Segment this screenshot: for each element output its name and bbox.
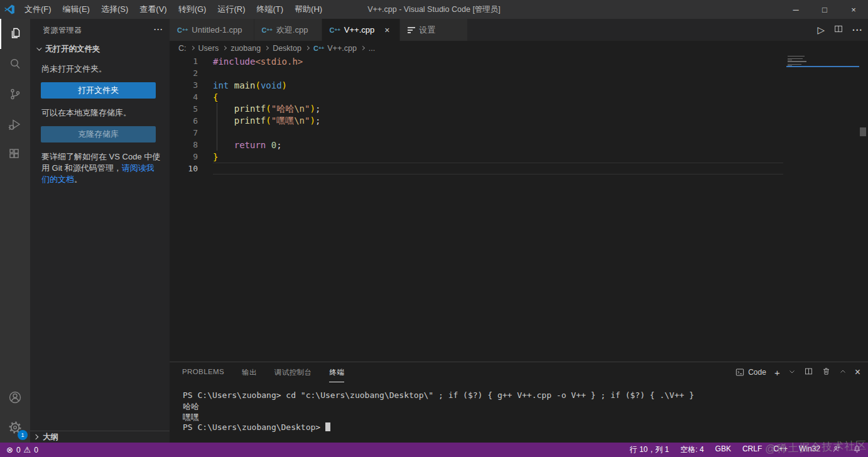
menubar-item[interactable]: 终端(T) bbox=[251, 0, 289, 19]
settings-badge: 1 bbox=[18, 430, 28, 440]
code-text: #include<stdio.h> bbox=[213, 56, 303, 67]
breadcrumb-item[interactable]: Users bbox=[198, 44, 219, 53]
code-line: 6 printf("嘿嘿\n"); bbox=[170, 115, 868, 127]
status-bar-right: 行 10，列 1空格: 4GBKCRLFC++Win32 bbox=[630, 444, 862, 456]
code-text: { bbox=[213, 92, 218, 102]
editor-tab-bar: C++Untitled-1.cppC++欢迎.cppC++V++.cpp×设置 … bbox=[170, 19, 868, 41]
cpp-file-icon: C++ bbox=[313, 45, 324, 52]
split-terminal-icon[interactable] bbox=[804, 367, 813, 379]
status-item[interactable]: 空格: 4 bbox=[680, 444, 703, 455]
code-token: ) bbox=[310, 104, 315, 114]
source-control-icon[interactable] bbox=[0, 79, 30, 109]
explorer-icon[interactable] bbox=[0, 19, 30, 49]
status-item[interactable]: GBK bbox=[715, 444, 731, 455]
account-icon[interactable] bbox=[0, 382, 30, 412]
cpp-file-icon: C++ bbox=[330, 26, 340, 34]
minimap-line bbox=[788, 64, 801, 65]
panel-tab[interactable]: PROBLEMS bbox=[182, 362, 224, 382]
editor-region: C++Untitled-1.cppC++欢迎.cppC++V++.cpp×设置 … bbox=[170, 19, 868, 443]
code-token: printf bbox=[234, 116, 266, 126]
status-item[interactable]: Win32 bbox=[799, 444, 820, 455]
maximize-button[interactable]: □ bbox=[810, 0, 839, 19]
close-window-button[interactable]: × bbox=[839, 0, 868, 19]
new-terminal-button[interactable]: + bbox=[774, 367, 780, 378]
chevron-down-icon[interactable] bbox=[788, 367, 796, 378]
terminal-line: PS C:\Users\zuobang> cd "c:\Users\zuoban… bbox=[183, 390, 868, 401]
code-line: 10 bbox=[170, 163, 868, 175]
breadcrumb-label: ... bbox=[369, 44, 375, 53]
kill-terminal-icon[interactable] bbox=[822, 367, 831, 379]
status-item[interactable]: CRLF bbox=[742, 444, 762, 455]
minimap-line bbox=[788, 62, 806, 62]
breadcrumb-item[interactable]: zuobang bbox=[231, 44, 261, 53]
maximize-panel-icon[interactable] bbox=[839, 367, 847, 378]
breadcrumb-item[interactable]: C: bbox=[178, 44, 187, 53]
code-text: return 0; bbox=[213, 140, 282, 150]
close-panel-icon[interactable]: × bbox=[855, 367, 860, 378]
editor-tab[interactable]: C++Untitled-1.cpp bbox=[170, 19, 254, 41]
title-bar: V++.cpp - Visual Studio Code [管理员] 文件(F)… bbox=[0, 0, 868, 19]
code-token: "嘿嘿 bbox=[271, 116, 294, 126]
menubar: 文件(F)编辑(E)选择(S)查看(V)转到(G)运行(R)终端(T)帮助(H) bbox=[19, 0, 328, 19]
open-folder-button[interactable]: 打开文件夹 bbox=[41, 82, 156, 99]
section-no-folder[interactable]: 无打开的文件夹 bbox=[33, 42, 170, 56]
search-icon[interactable] bbox=[0, 49, 30, 79]
breadcrumb-item[interactable]: ... bbox=[369, 44, 375, 53]
panel-tab[interactable]: 输出 bbox=[242, 362, 257, 382]
minimize-button[interactable]: ─ bbox=[781, 0, 810, 19]
code-editor[interactable]: 1#include<stdio.h>23int main(void)4{5 pr… bbox=[170, 55, 868, 362]
editor-tab[interactable]: C++V++.cpp× bbox=[322, 19, 401, 41]
code-token: ; bbox=[276, 140, 281, 150]
breadcrumb-item[interactable]: Desktop bbox=[273, 44, 301, 53]
menubar-item[interactable]: 查看(V) bbox=[134, 0, 172, 19]
settings-editor-icon bbox=[408, 27, 415, 33]
status-item[interactable]: C++ bbox=[773, 444, 788, 455]
minimap-line bbox=[788, 60, 792, 60]
menubar-item[interactable]: 文件(F) bbox=[19, 0, 57, 19]
workbench: 1 资源管理器 ··· 无打开的文件夹 尚未打开文件夹。 打开文件夹 可以在本地… bbox=[0, 19, 868, 443]
run-and-debug-icon[interactable] bbox=[0, 109, 30, 139]
code-token: return bbox=[234, 140, 266, 150]
line-number: 6 bbox=[170, 116, 198, 126]
panel-header: PROBLEMS输出调试控制台终端 Code + bbox=[170, 362, 868, 382]
activity-bar: 1 bbox=[0, 19, 30, 443]
outline-section[interactable]: 大纲 bbox=[30, 431, 170, 443]
terminal-profile[interactable]: Code bbox=[735, 367, 766, 377]
terminal-cursor bbox=[325, 422, 330, 431]
breadcrumb-item[interactable]: C++V++.cpp bbox=[313, 44, 357, 53]
split-editor-icon[interactable] bbox=[833, 24, 844, 36]
panel-tab[interactable]: 调试控制台 bbox=[274, 362, 312, 382]
editor-tab[interactable]: C++欢迎.cpp bbox=[254, 19, 322, 41]
code-token: \n bbox=[294, 116, 305, 126]
settings-gear-icon[interactable]: 1 bbox=[0, 412, 30, 443]
cpp-file-icon: C++ bbox=[262, 26, 273, 34]
code-line: 5 printf("哈哈\n"); bbox=[170, 103, 868, 115]
line-number: 10 bbox=[170, 164, 198, 173]
code-text: int main(void) bbox=[213, 80, 287, 90]
vscode-window: V++.cpp - Visual Studio Code [管理员] 文件(F)… bbox=[0, 0, 868, 457]
menubar-item[interactable]: 帮助(H) bbox=[289, 0, 328, 19]
more-actions-icon[interactable]: ··· bbox=[154, 25, 163, 36]
menubar-item[interactable]: 编辑(E) bbox=[57, 0, 95, 19]
menubar-item[interactable]: 转到(G) bbox=[173, 0, 212, 19]
scrollbar-thumb[interactable] bbox=[860, 127, 866, 136]
status-item[interactable]: 行 10，列 1 bbox=[630, 444, 670, 455]
panel-tab[interactable]: 终端 bbox=[329, 362, 344, 382]
menubar-item[interactable]: 运行(R) bbox=[212, 0, 251, 19]
feedback-person-icon[interactable] bbox=[832, 444, 841, 456]
window-controls: ─ □ × bbox=[781, 0, 868, 19]
editor-tab[interactable]: 设置 bbox=[400, 19, 468, 41]
terminal-line: 嘿嘿 bbox=[183, 412, 868, 422]
menubar-item[interactable]: 选择(S) bbox=[95, 0, 134, 19]
more-actions-icon[interactable]: ··· bbox=[852, 25, 863, 35]
run-file-button[interactable]: ▷ bbox=[817, 24, 825, 36]
extensions-icon[interactable] bbox=[0, 139, 30, 169]
problems-status[interactable]: ⊗ 0 ⚠ 0 bbox=[6, 445, 38, 454]
minimap[interactable] bbox=[788, 56, 858, 68]
vscode-logo-icon bbox=[0, 4, 19, 15]
code-token: { bbox=[213, 92, 218, 102]
terminal-output[interactable]: PS C:\Users\zuobang> cd "c:\Users\zuoban… bbox=[170, 382, 868, 443]
clone-repo-button[interactable]: 克隆存储库 bbox=[41, 126, 156, 142]
close-tab-icon[interactable]: × bbox=[382, 25, 392, 35]
notifications-bell-icon[interactable] bbox=[852, 444, 862, 456]
